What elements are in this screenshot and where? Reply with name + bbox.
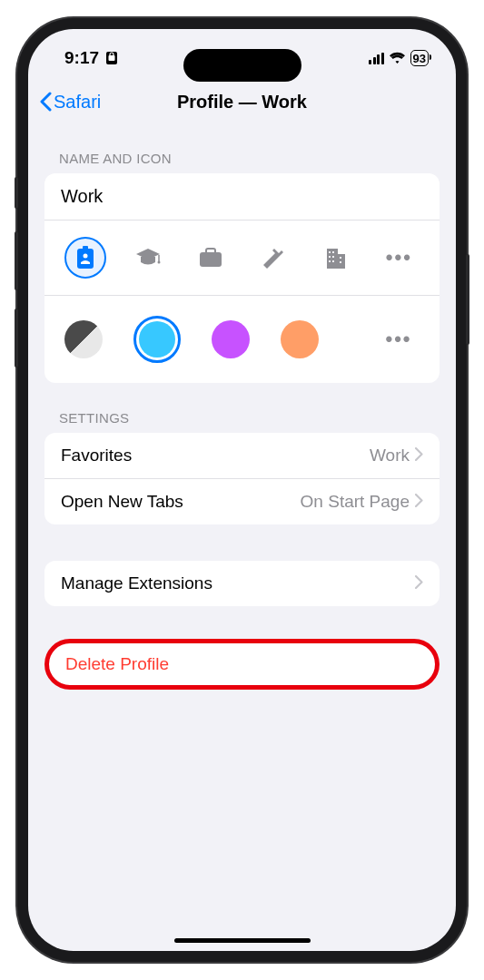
svg-rect-14 <box>329 260 331 262</box>
delete-profile-card: Delete Profile <box>44 639 440 690</box>
section-header-settings: SETTINGS <box>44 383 440 433</box>
open-new-tabs-value: On Start Page <box>301 492 410 512</box>
chevron-right-icon <box>415 492 423 512</box>
color-option-purple[interactable] <box>212 320 250 358</box>
color-option-orange[interactable] <box>281 320 319 358</box>
nav-bar: Safari Profile — Work <box>28 80 456 123</box>
favorites-value: Work <box>370 446 410 466</box>
open-new-tabs-label: Open New Tabs <box>61 492 183 512</box>
chevron-left-icon <box>39 92 52 112</box>
svg-rect-2 <box>77 249 94 269</box>
icon-option-more[interactable]: ••• <box>378 237 420 279</box>
chevron-right-icon <box>415 446 423 466</box>
icon-picker-row: ••• <box>44 220 440 296</box>
page-title: Profile — Work <box>177 92 307 113</box>
back-label: Safari <box>54 92 101 113</box>
signal-icon <box>369 53 384 64</box>
svg-rect-16 <box>340 257 341 259</box>
ellipsis-icon: ••• <box>385 328 411 351</box>
svg-rect-1 <box>109 55 115 61</box>
svg-rect-3 <box>83 246 88 250</box>
svg-rect-12 <box>329 256 331 258</box>
color-option-default[interactable] <box>64 320 103 358</box>
portrait-lock-icon <box>104 51 119 65</box>
svg-rect-11 <box>332 251 334 253</box>
favorites-label: Favorites <box>61 446 132 466</box>
open-new-tabs-row[interactable]: Open New Tabs On Start Page <box>44 479 440 524</box>
svg-point-6 <box>157 261 160 264</box>
icon-option-graduation[interactable] <box>127 237 169 279</box>
icon-option-hammer[interactable] <box>252 237 294 279</box>
section-header-name-icon: NAME AND ICON <box>44 123 440 173</box>
svg-rect-15 <box>332 260 334 262</box>
svg-rect-17 <box>340 261 341 263</box>
svg-rect-10 <box>329 251 331 253</box>
profile-name-input[interactable]: Work <box>44 173 440 220</box>
icon-option-building[interactable] <box>315 237 357 279</box>
name-icon-card: Work <box>44 173 440 383</box>
manage-extensions-label: Manage Extensions <box>61 573 212 593</box>
color-option-more[interactable]: ••• <box>378 318 420 360</box>
manage-extensions-row[interactable]: Manage Extensions <box>44 561 440 606</box>
svg-rect-7 <box>200 252 222 267</box>
ellipsis-icon: ••• <box>386 246 412 270</box>
chevron-right-icon <box>415 573 423 593</box>
settings-card: Favorites Work Open New Tabs On Start Pa… <box>44 433 440 524</box>
wifi-icon <box>389 52 406 64</box>
icon-option-briefcase[interactable] <box>190 237 232 279</box>
svg-point-4 <box>83 254 87 259</box>
delete-profile-button[interactable]: Delete Profile <box>49 643 435 685</box>
battery-icon: 93 <box>410 50 429 66</box>
extensions-card: Manage Extensions <box>44 561 440 606</box>
back-button[interactable]: Safari <box>39 92 101 113</box>
status-time: 9:17 <box>64 48 99 68</box>
color-option-blue[interactable] <box>133 316 181 363</box>
icon-option-badge[interactable] <box>64 237 106 279</box>
favorites-row[interactable]: Favorites Work <box>44 433 440 479</box>
color-picker-row: ••• <box>44 296 440 383</box>
svg-rect-13 <box>332 256 334 258</box>
home-indicator[interactable] <box>174 938 311 943</box>
